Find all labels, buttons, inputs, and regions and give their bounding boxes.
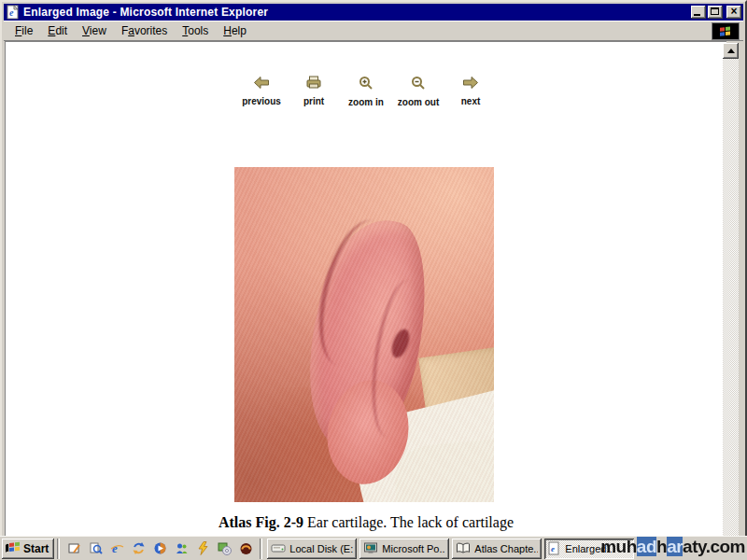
- task-button-local-disk[interactable]: Local Disk (E:): [267, 539, 357, 559]
- previous-button[interactable]: previous: [235, 76, 288, 107]
- messenger-icon[interactable]: [172, 539, 190, 558]
- image-cd-icon[interactable]: [215, 539, 233, 558]
- menu-file[interactable]: File: [7, 22, 40, 39]
- sync-arrows-icon[interactable]: [129, 539, 148, 558]
- internet-explorer-icon: e: [548, 541, 561, 555]
- windows-logo-throbber: [712, 22, 740, 40]
- close-icon: ×: [726, 5, 741, 18]
- menu-view[interactable]: View: [75, 22, 114, 39]
- realplayer-icon[interactable]: [236, 539, 255, 558]
- svg-text:e: e: [112, 541, 118, 555]
- menu-bar: File Edit View Favorites Tools Help: [4, 21, 743, 41]
- menu-favorites[interactable]: Favorites: [114, 22, 175, 39]
- watermark: muhadharaty.com: [600, 537, 745, 557]
- browser-window: e Enlarged Image - Microsoft Internet Ex…: [0, 0, 747, 560]
- windows-flag-icon: [6, 540, 21, 556]
- start-label: Start: [23, 542, 49, 555]
- title-bar[interactable]: e Enlarged Image - Microsoft Internet Ex…: [4, 4, 743, 21]
- print-button[interactable]: print: [288, 76, 340, 107]
- zoom-out-button[interactable]: zoom out: [392, 76, 444, 107]
- show-desktop-icon[interactable]: [64, 539, 83, 558]
- internet-explorer-icon[interactable]: e: [107, 539, 126, 558]
- image-toolbar: previous print: [235, 76, 497, 107]
- start-button[interactable]: Start: [2, 539, 54, 559]
- scroll-up-button[interactable]: [723, 43, 739, 59]
- printer-icon: [305, 76, 322, 93]
- minimize-button[interactable]: [691, 6, 706, 19]
- lightning-icon[interactable]: [193, 539, 212, 558]
- page-content: previous print: [5, 41, 726, 558]
- up-arrow-icon: [727, 49, 735, 53]
- next-arrow-icon: [462, 76, 479, 93]
- window-title: Enlarged Image - Microsoft Internet Expl…: [23, 6, 691, 19]
- task-button-area: Local Disk (E:) Microsoft Po... Atlas Ch…: [267, 539, 634, 559]
- minimize-icon: [694, 14, 700, 16]
- media-player-icon[interactable]: [150, 539, 169, 558]
- powerpoint-icon: [363, 541, 378, 555]
- zoom-in-button[interactable]: zoom in: [340, 76, 392, 107]
- disk-drive-icon: [271, 541, 286, 555]
- search-icon[interactable]: [86, 539, 105, 558]
- task-button-powerpoint[interactable]: Microsoft Po...: [359, 539, 449, 559]
- svg-text:e: e: [9, 7, 14, 18]
- svg-text:e: e: [551, 544, 555, 553]
- zoom-in-icon: [359, 76, 374, 94]
- menu-tools[interactable]: Tools: [175, 22, 216, 39]
- maximize-button[interactable]: [708, 6, 723, 19]
- task-button-atlas-chapter[interactable]: Atlas Chapte...: [452, 539, 542, 559]
- vertical-scrollbar[interactable]: [723, 43, 739, 558]
- caption-line-1: Atlas Fig. 2-9 Ear cartilage. The lack o…: [6, 512, 726, 533]
- menu-help[interactable]: Help: [216, 22, 254, 39]
- book-icon: [456, 541, 471, 555]
- previous-arrow-icon: [253, 76, 270, 93]
- maximize-icon: [711, 7, 719, 15]
- next-button[interactable]: next: [444, 76, 497, 107]
- taskbar-divider: [260, 539, 262, 559]
- zoom-out-icon: [411, 76, 426, 94]
- close-button[interactable]: ×: [726, 6, 741, 19]
- menu-edit[interactable]: Edit: [40, 22, 75, 39]
- ie-page-icon: e: [6, 5, 21, 20]
- scrollbar-track[interactable]: [723, 59, 739, 558]
- quick-launch-bar: e: [63, 539, 257, 558]
- photo-skin-texture: [234, 167, 494, 502]
- taskbar-divider: [57, 539, 60, 559]
- ear-photo: [234, 167, 494, 502]
